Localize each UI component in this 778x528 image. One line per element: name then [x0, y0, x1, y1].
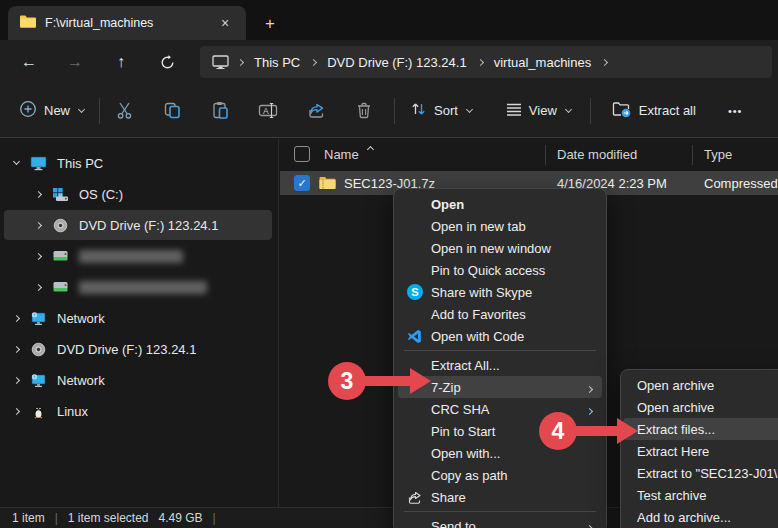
submenu-item-extract-here[interactable]: Extract Here	[623, 440, 778, 462]
sidebar-item-network-2[interactable]: Network	[4, 365, 272, 395]
chevron-right-icon[interactable]	[26, 254, 50, 259]
submenu-chevron-icon	[587, 519, 592, 528]
sidebar-item-drive-redacted[interactable]	[4, 272, 272, 302]
extract-all-label: Extract all	[639, 103, 696, 118]
menu-item-copy-as-path[interactable]: Copy as path	[398, 464, 602, 486]
share-button[interactable]	[298, 93, 334, 129]
extract-all-button[interactable]: Extract all	[603, 93, 705, 129]
forward-button[interactable]: →	[58, 47, 92, 77]
chevron-right-icon[interactable]	[26, 192, 50, 197]
column-header-date[interactable]: Date modified	[557, 147, 637, 162]
sidebar-item-dvd-drive[interactable]: DVD Drive (F:) 123.24.1	[4, 210, 272, 240]
step-4-badge: 4	[539, 412, 577, 450]
chevron-right-icon[interactable]	[26, 223, 50, 228]
toolbar-divider	[590, 98, 591, 124]
column-divider[interactable]	[545, 145, 546, 165]
sort-button[interactable]: Sort	[401, 93, 481, 129]
sidebar-item-dvd-drive-2[interactable]: DVD Drive (F:) 123.24.1	[4, 334, 272, 364]
breadcrumb-chevron-icon	[597, 60, 612, 65]
menu-separator	[404, 511, 596, 512]
view-button[interactable]: View	[497, 93, 580, 129]
cut-button[interactable]	[106, 93, 142, 129]
submenu-item-open-archive[interactable]: Open archive	[623, 374, 778, 396]
chevron-right-icon[interactable]	[4, 316, 28, 321]
annotation-step-4: 4	[539, 412, 638, 450]
rename-button[interactable]: A	[250, 93, 286, 129]
paste-button[interactable]	[202, 93, 238, 129]
network-icon	[28, 371, 48, 389]
submenu-item-add-to-archive[interactable]: Add to archive...	[623, 506, 778, 528]
new-button-label: New	[44, 103, 70, 118]
back-button[interactable]: ←	[12, 47, 46, 77]
navigation-pane: This PC OS (C:) DVD Drive (F:) 123.24.1	[0, 139, 279, 507]
chevron-down-icon[interactable]	[4, 162, 28, 164]
dvd-disc-icon	[28, 340, 48, 358]
toolbar-divider	[394, 98, 395, 124]
menu-item-pin-to-quick-access[interactable]: Pin to Quick access	[398, 259, 602, 281]
column-divider[interactable]	[692, 145, 693, 165]
menu-item-open-in-new-tab[interactable]: Open in new tab	[398, 215, 602, 237]
sidebar-item-network[interactable]: Network	[4, 303, 272, 333]
menu-item-open[interactable]: Open	[398, 193, 602, 215]
sidebar-item-os-c[interactable]: OS (C:)	[4, 179, 272, 209]
menu-separator	[404, 350, 596, 351]
submenu-item-test-archive[interactable]: Test archive	[623, 484, 778, 506]
column-headers: Name Date modified Type	[280, 141, 778, 167]
plus-circle-icon	[19, 100, 37, 121]
refresh-button[interactable]	[150, 47, 184, 77]
tab-close-icon[interactable]: ×	[214, 12, 236, 34]
chevron-right-icon[interactable]	[4, 409, 28, 414]
chevron-down-icon	[466, 105, 473, 112]
submenu-item-extract-files[interactable]: Extract files...	[623, 418, 778, 440]
sort-ascending-icon	[368, 140, 373, 155]
view-button-label: View	[529, 103, 557, 118]
column-header-type[interactable]: Type	[704, 147, 732, 162]
sidebar-item-this-pc[interactable]: This PC	[4, 148, 272, 178]
item-count: 1 item	[12, 511, 45, 525]
menu-item-share-with-skype[interactable]: S Share with Skype	[398, 281, 602, 303]
chevron-right-icon[interactable]	[4, 378, 28, 383]
select-all-checkbox[interactable]	[294, 146, 310, 162]
submenu-item-open-archive-2[interactable]: Open archive	[623, 396, 778, 418]
row-checkbox[interactable]: ✓	[294, 175, 310, 191]
menu-item-send-to[interactable]: Send to	[398, 515, 602, 528]
new-button[interactable]: New	[10, 93, 93, 129]
breadcrumb-chevron-icon	[473, 60, 488, 65]
this-pc-icon	[212, 55, 229, 69]
menu-item-share[interactable]: Share	[398, 486, 602, 508]
sidebar-item-label: DVD Drive (F:) 123.24.1	[57, 342, 196, 357]
new-tab-button[interactable]: +	[258, 12, 282, 36]
svg-text:A: A	[263, 106, 269, 116]
network-icon	[28, 309, 48, 327]
submenu-item-extract-to-folder[interactable]: Extract to "SEC123-J01\"	[623, 462, 778, 484]
delete-button[interactable]	[346, 93, 382, 129]
vscode-icon	[404, 329, 431, 344]
chevron-right-icon[interactable]	[26, 285, 50, 290]
menu-item-open-in-new-window[interactable]: Open in new window	[398, 237, 602, 259]
ellipsis-icon: •••	[728, 105, 743, 117]
explorer-tab[interactable]: F:\virtual_machines ×	[8, 6, 246, 40]
selection-count: 1 item selected	[68, 511, 149, 525]
up-button[interactable]: ↑	[104, 47, 138, 77]
status-divider: |	[55, 511, 58, 525]
sidebar-item-drive-redacted[interactable]	[4, 241, 272, 271]
folder-icon	[20, 14, 36, 32]
sidebar-item-linux[interactable]: Linux	[4, 396, 272, 426]
menu-item-add-to-favorites[interactable]: Add to Favorites	[398, 303, 602, 325]
breadcrumb-this-pc[interactable]: This PC	[248, 55, 306, 70]
status-divider: |	[213, 511, 216, 525]
column-header-name[interactable]: Name	[324, 147, 359, 162]
menu-item-open-with-code[interactable]: Open with Code	[398, 325, 602, 347]
context-menu: Open Open in new tab Open in new window …	[393, 188, 607, 528]
skype-icon: S	[407, 284, 423, 300]
share-icon	[404, 490, 431, 505]
copy-button[interactable]	[154, 93, 190, 129]
breadcrumb-dvd-drive[interactable]: DVD Drive (F:) 123.24.1	[321, 55, 472, 70]
submenu-chevron-icon	[587, 380, 592, 395]
address-bar[interactable]: This PC DVD Drive (F:) 123.24.1 virtual_…	[200, 46, 772, 78]
7zip-submenu: Open archive Open archive Extract files.…	[620, 369, 778, 528]
file-type: Compressed A	[704, 176, 778, 191]
chevron-right-icon[interactable]	[4, 347, 28, 352]
more-options-button[interactable]: •••	[719, 93, 752, 129]
breadcrumb-virtual-machines[interactable]: virtual_machines	[488, 55, 598, 70]
